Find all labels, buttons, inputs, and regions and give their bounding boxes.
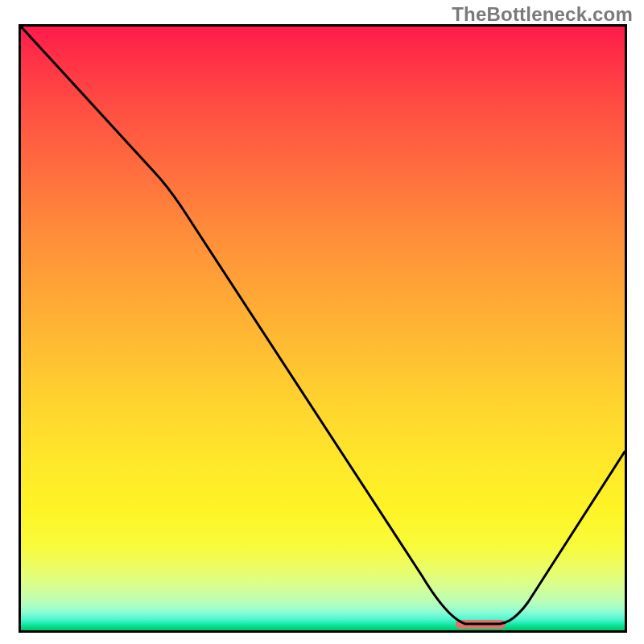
chart-curve [21, 27, 625, 624]
chart-plot-area [19, 24, 627, 633]
chart-svg [21, 27, 625, 630]
watermark-text: TheBottleneck.com [452, 3, 633, 26]
